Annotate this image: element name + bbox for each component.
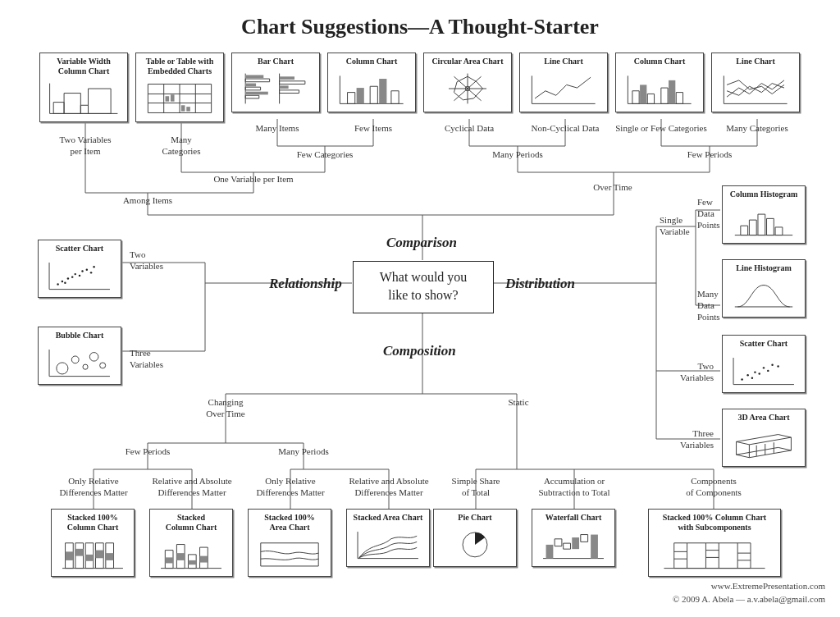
svg-point-134 xyxy=(751,377,753,378)
svg-rect-161 xyxy=(188,560,196,564)
label-changing-over-time: ChangingOver Time xyxy=(199,397,253,420)
svg-rect-74 xyxy=(280,76,294,80)
credit-site: www.ExtremePresentation.com xyxy=(711,581,825,591)
stacked-column-icon xyxy=(150,534,232,576)
label-static: Static xyxy=(504,397,533,409)
svg-rect-95 xyxy=(632,91,639,104)
column-chart-icon xyxy=(328,68,415,112)
chart-title: Column Chart xyxy=(616,53,703,68)
chart-title: Line Chart xyxy=(520,53,607,68)
chart-title: Scatter Chart xyxy=(39,240,121,255)
svg-rect-80 xyxy=(348,93,355,104)
chart-variable-width-column: Variable WidthColumn Chart xyxy=(39,53,128,122)
stacked-100-column-icon xyxy=(52,534,134,576)
label-among-items: Among Items xyxy=(118,195,177,207)
chart-column: Column Chart xyxy=(327,53,416,112)
svg-rect-172 xyxy=(572,537,579,549)
chart-stacked-100-subcomponents: Stacked 100% Column Chartwith Subcompone… xyxy=(648,509,781,577)
svg-rect-99 xyxy=(669,80,675,104)
svg-point-113 xyxy=(86,269,88,271)
svg-point-120 xyxy=(83,364,88,369)
label-single-few-cat: Single or Few Categories xyxy=(612,123,710,135)
svg-rect-68 xyxy=(245,79,269,82)
svg-point-139 xyxy=(771,364,773,366)
svg-rect-154 xyxy=(106,553,114,560)
table-icon xyxy=(136,78,223,121)
chart-bar: Bar Chart xyxy=(231,53,320,112)
svg-rect-159 xyxy=(176,553,185,560)
svg-rect-152 xyxy=(96,551,104,559)
chart-title: StackedColumn Chart xyxy=(150,510,232,534)
svg-rect-52 xyxy=(53,103,64,114)
svg-rect-75 xyxy=(280,81,305,85)
svg-rect-124 xyxy=(741,226,748,235)
chart-stacked-100-area: Stacked 100%Area Chart xyxy=(248,509,331,577)
credit-block: www.ExtremePresentation.com © 2009 A. Ab… xyxy=(673,580,825,606)
svg-rect-84 xyxy=(391,91,399,104)
label-many-categories-2: Many Categories xyxy=(720,123,794,135)
svg-point-140 xyxy=(777,365,778,367)
chart-title: Stacked Area Chart xyxy=(347,510,429,524)
bell-curve-icon xyxy=(723,275,805,317)
chart-title: Pie Chart xyxy=(434,510,516,524)
category-relationship: Relationship xyxy=(269,276,342,292)
svg-rect-173 xyxy=(581,535,588,542)
svg-rect-157 xyxy=(165,557,173,563)
svg-rect-127 xyxy=(767,218,774,235)
svg-point-105 xyxy=(57,283,58,285)
chart-title: Stacked 100%Area Chart xyxy=(249,510,331,534)
label-over-time: Over Time xyxy=(587,182,638,194)
label-few-data-points: FewDataPoints xyxy=(697,197,720,231)
chart-title: Bubble Chart xyxy=(39,327,121,342)
histogram-icon xyxy=(723,201,805,243)
stacked-sub-column-icon xyxy=(649,534,780,576)
label-single-variable: SingleVariable xyxy=(660,215,694,238)
svg-point-115 xyxy=(93,266,94,267)
variable-width-column-icon xyxy=(40,78,127,121)
chart-title: Column Histogram xyxy=(723,186,805,201)
label-few-periods-bottom: Few Periods xyxy=(121,446,174,458)
svg-rect-64 xyxy=(181,105,185,111)
chart-title: Waterfall Chart xyxy=(532,510,614,524)
label-two-variables: TwoVariables xyxy=(130,249,171,272)
svg-rect-67 xyxy=(245,75,263,78)
svg-rect-146 xyxy=(66,551,74,560)
credit-copy: © 2009 A. Abela — a.v.abela@gmail.com xyxy=(673,594,825,604)
chart-column-2: Column Chart xyxy=(615,53,704,112)
svg-rect-148 xyxy=(75,549,84,556)
svg-point-136 xyxy=(758,372,760,374)
svg-rect-62 xyxy=(166,96,170,101)
svg-point-135 xyxy=(754,371,756,372)
bubble-chart-icon xyxy=(39,342,121,384)
pie-chart-icon xyxy=(434,524,516,566)
chart-scatter-2: Scatter Chart xyxy=(722,335,806,393)
multiline-chart-icon xyxy=(712,68,799,112)
label-two-variables-2: TwoVariables xyxy=(673,361,714,384)
svg-point-118 xyxy=(57,363,68,374)
scatter-chart-icon xyxy=(723,350,805,392)
svg-rect-65 xyxy=(186,107,190,112)
svg-rect-70 xyxy=(245,87,260,90)
svg-rect-128 xyxy=(775,227,783,235)
svg-rect-170 xyxy=(555,539,562,546)
chart-line-2: Line Chart xyxy=(711,53,800,112)
svg-rect-100 xyxy=(676,93,682,104)
label-simple-share: Simple Shareof Total xyxy=(446,476,505,499)
svg-rect-126 xyxy=(758,214,765,235)
svg-rect-82 xyxy=(370,86,377,103)
chart-line-1: Line Chart xyxy=(519,53,608,112)
svg-rect-150 xyxy=(85,555,94,561)
svg-point-110 xyxy=(74,273,75,275)
waterfall-chart-icon xyxy=(532,524,614,566)
chart-title: Stacked 100% Column Chartwith Subcompone… xyxy=(649,510,780,534)
label-few-items: Few Items xyxy=(351,123,395,135)
category-comparison: Comparison xyxy=(386,235,457,251)
column-chart-icon xyxy=(616,68,703,112)
label-rel-abs-diff-2: Relative and AbsoluteDifferences Matter xyxy=(343,476,435,499)
label-three-variables: ThreeVariables xyxy=(130,348,171,371)
svg-rect-53 xyxy=(64,94,80,114)
chart-title: Stacked 100%Column Chart xyxy=(52,510,134,534)
chart-title: Table or Table withEmbedded Charts xyxy=(136,53,223,78)
svg-rect-171 xyxy=(564,543,571,549)
svg-rect-71 xyxy=(245,92,268,95)
